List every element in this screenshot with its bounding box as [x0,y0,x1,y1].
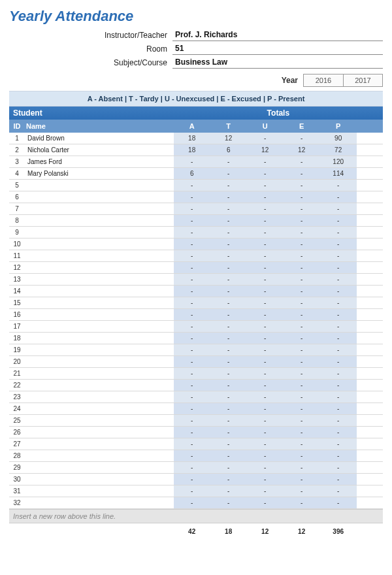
subject-field[interactable]: Business Law [172,56,383,69]
col-u: U [247,120,284,133]
cell-name[interactable] [25,356,174,367]
cell-t: - [210,156,247,167]
table-row[interactable]: 9----- [9,227,383,238]
table-row[interactable]: 23----- [9,391,383,403]
cell-name[interactable] [25,462,174,473]
cell-u: - [247,321,284,332]
table-row[interactable]: 3James Ford----120 [9,156,383,168]
cell-t: - [210,168,247,179]
cell-name[interactable] [25,391,174,402]
cell-name[interactable] [25,297,174,308]
table-row[interactable]: 2Nichola Carter186121272 [9,144,383,156]
cell-name[interactable] [25,427,174,438]
cell-u: 12 [247,144,284,156]
cell-name[interactable]: James Ford [25,156,174,167]
page-title: Yearly Attendance [9,8,383,25]
year-tab-2017[interactable]: 2017 [343,74,382,86]
table-row[interactable]: 16----- [9,309,383,321]
cell-name[interactable] [25,262,174,273]
table-row[interactable]: 13----- [9,274,383,286]
cell-name[interactable] [25,321,174,332]
table-row[interactable]: 1David Brown1812--90 [9,133,383,144]
cell-name[interactable] [25,474,174,485]
table-row[interactable]: 12----- [9,262,383,274]
table-row[interactable]: 19----- [9,344,383,356]
cell-name[interactable]: David Brown [25,133,174,144]
cell-a: 18 [174,133,210,144]
cell-name[interactable] [25,215,174,226]
cell-name[interactable] [25,438,174,450]
cell-name[interactable] [25,180,174,191]
cell-p: - [320,238,357,250]
table-row[interactable]: 29----- [9,462,383,474]
table-row[interactable]: 8----- [9,215,383,227]
table-row[interactable]: 32----- [9,497,383,509]
band-student: Student [9,107,174,120]
cell-name[interactable] [25,415,174,426]
cell-name[interactable]: Mary Polanski [25,168,174,179]
cell-name[interactable] [25,286,174,297]
table-row[interactable]: 26----- [9,427,383,438]
table-row[interactable]: 22----- [9,380,383,391]
cell-name[interactable] [25,403,174,414]
cell-name[interactable] [25,227,174,238]
cell-a: - [174,309,210,320]
cell-name[interactable] [25,450,174,461]
cell-t: - [210,427,247,438]
table-row[interactable]: 10----- [9,238,383,250]
table-row[interactable]: 17----- [9,321,383,333]
cell-p: 90 [320,133,357,144]
cell-u: - [247,274,284,285]
room-field[interactable]: 51 [172,42,383,55]
cell-id: 23 [9,391,25,402]
table-row[interactable]: 27----- [9,438,383,450]
cell-p: - [320,250,357,261]
table-row[interactable]: 20----- [9,356,383,368]
cell-name[interactable] [25,274,174,285]
table-row[interactable]: 21----- [9,368,383,380]
cell-id: 19 [9,344,25,355]
cell-e: - [284,286,320,297]
table-row[interactable]: 24----- [9,403,383,415]
cell-u: - [247,156,284,167]
cell-name[interactable] [25,485,174,497]
cell-id: 9 [9,227,25,238]
cell-p: - [320,450,357,461]
cell-name[interactable]: Nichola Carter [25,144,174,156]
cell-name[interactable] [25,344,174,355]
table-row[interactable]: 6----- [9,191,383,203]
cell-name[interactable] [25,250,174,261]
cell-t: - [210,356,247,367]
cell-name[interactable] [25,309,174,320]
table-row[interactable]: 11----- [9,250,383,262]
cell-p: 114 [320,168,357,179]
cell-e: - [284,133,320,144]
cell-p: - [320,191,357,203]
cell-name[interactable] [25,333,174,344]
table-row[interactable]: 7----- [9,203,383,215]
instructor-field[interactable]: Prof. J. Richards [172,29,383,41]
cell-id: 2 [9,144,25,156]
cell-name[interactable] [25,380,174,391]
cell-name[interactable] [25,368,174,379]
table-row[interactable]: 18----- [9,333,383,344]
cell-name[interactable] [25,191,174,203]
cell-e: - [284,474,320,485]
cell-t: - [210,321,247,332]
cell-u: - [247,403,284,414]
table-row[interactable]: 4Mary Polanski6---114 [9,168,383,180]
table-row[interactable]: 5----- [9,180,383,191]
table-row[interactable]: 30----- [9,474,383,485]
insert-row-hint[interactable]: Insert a new row above this line. [9,509,383,523]
cell-name[interactable] [25,238,174,250]
table-row[interactable]: 31----- [9,485,383,497]
cell-name[interactable] [25,497,174,508]
table-row[interactable]: 25----- [9,415,383,427]
cell-name[interactable] [25,203,174,214]
cell-p: - [320,474,357,485]
table-row[interactable]: 15----- [9,297,383,309]
year-tab-2016[interactable]: 2016 [304,74,343,86]
cell-p: - [320,427,357,438]
table-row[interactable]: 28----- [9,450,383,462]
table-row[interactable]: 14----- [9,286,383,297]
